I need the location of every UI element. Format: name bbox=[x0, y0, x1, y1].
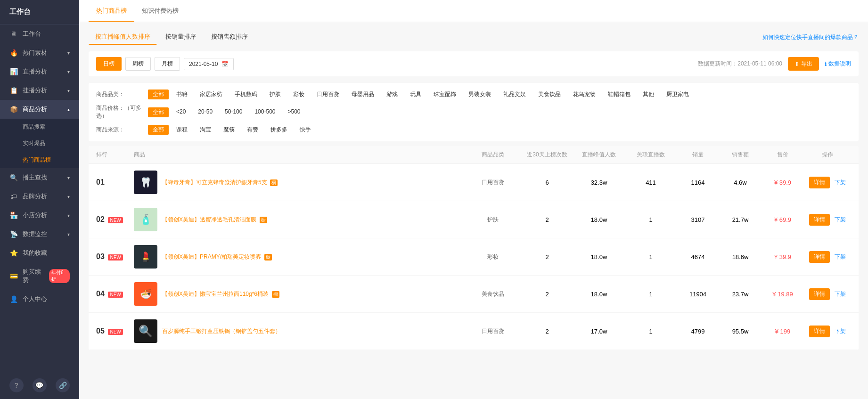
filter-option-kuaishou[interactable]: 快手 bbox=[295, 125, 316, 135]
detail-button[interactable]: 详情 bbox=[809, 326, 830, 337]
filter-option-all-category[interactable]: 全部 bbox=[148, 90, 169, 99]
filter-option-games[interactable]: 游戏 bbox=[382, 90, 402, 99]
tab-knowledge[interactable]: 知识付费热榜 bbox=[134, 0, 186, 22]
filter-option-appliance[interactable]: 厨卫家电 bbox=[662, 90, 694, 99]
product-name-link[interactable]: 【蜂毒牙膏】可立克蜂毒焱清护龈牙膏5支 bbox=[162, 179, 267, 186]
filter-option-mokua[interactable]: 魔筷 bbox=[219, 125, 239, 135]
sort-tab-sales[interactable]: 按销量排序 bbox=[159, 30, 203, 45]
sidebar-item-brand-analysis[interactable]: 🏷 品牌分析 ▾ bbox=[0, 187, 79, 206]
filter-option-gifts[interactable]: 礼品文娱 bbox=[499, 90, 531, 99]
filter-bar: 商品品类： 全部 书籍 家居家纺 手机数码 护肤 彩妆 日用百货 母婴用品 游戏… bbox=[89, 83, 859, 141]
sidebar-item-label: 数据监控 bbox=[23, 230, 47, 238]
download-link[interactable]: 下架 bbox=[835, 216, 846, 223]
filter-option-course[interactable]: 课程 bbox=[172, 125, 192, 135]
filter-row-category: 商品品类： 全部 书籍 家居家纺 手机数码 护肤 彩妆 日用百货 母婴用品 游戏… bbox=[96, 90, 851, 99]
sidebar-item-shop-analysis[interactable]: 🏪 小店分析 ▾ bbox=[0, 206, 79, 225]
product-thumbnail: 🔍 bbox=[134, 319, 157, 343]
filter-option-all-source[interactable]: 全部 bbox=[148, 125, 169, 135]
sidebar-sub-item-product-search[interactable]: 商品搜索 bbox=[0, 119, 79, 135]
data-desc-link[interactable]: ℹ 数据说明 bbox=[825, 60, 851, 68]
filter-option-clothing[interactable]: 男装女装 bbox=[464, 90, 496, 99]
chevron-down-icon: ▾ bbox=[67, 88, 70, 93]
help-link[interactable]: 如何快速定位快手直播间的爆款商品？ bbox=[762, 33, 859, 41]
filter-option-lt20[interactable]: <20 bbox=[172, 107, 190, 117]
star-icon: ⭐ bbox=[9, 249, 18, 257]
sidebar-item-mount-analysis[interactable]: 📋 挂播分析 ▾ bbox=[0, 81, 79, 100]
filter-option-toys[interactable]: 玩具 bbox=[405, 90, 426, 99]
filter-option-books[interactable]: 书籍 bbox=[172, 90, 192, 99]
filter-option-baby[interactable]: 母婴用品 bbox=[347, 90, 379, 99]
category-cell: 彩妆 bbox=[465, 253, 521, 261]
sidebar-item-label: 我的收藏 bbox=[23, 249, 47, 257]
filter-option-daily[interactable]: 日用百货 bbox=[312, 90, 344, 99]
sidebar-item-personal[interactable]: 👤 个人中心 bbox=[0, 290, 79, 309]
sidebar-item-workbench[interactable]: 🖥 工作台 bbox=[0, 24, 79, 43]
filter-option-pets[interactable]: 花鸟宠物 bbox=[568, 90, 600, 99]
date-picker[interactable]: 2021-05-10 📅 bbox=[184, 58, 234, 70]
product-info-cell: 🔍 百岁源纯手工锻打童压铁锅（锅铲盖勺五件套） bbox=[134, 319, 465, 343]
price-cell: ¥ 69.9 bbox=[762, 216, 804, 223]
filter-option-other[interactable]: 其他 bbox=[638, 90, 659, 99]
filter-option-youzan[interactable]: 有赞 bbox=[242, 125, 263, 135]
detail-button[interactable]: 详情 bbox=[809, 214, 830, 226]
btn-monthly[interactable]: 月榜 bbox=[155, 57, 180, 71]
filter-option-100-500[interactable]: 100-500 bbox=[250, 107, 280, 117]
rank-cell: 02 NEW bbox=[96, 215, 134, 224]
rank-badge: NEW bbox=[108, 217, 123, 223]
download-link[interactable]: 下架 bbox=[835, 328, 846, 334]
sidebar-item-label: 个人中心 bbox=[23, 295, 47, 303]
peak-cell: 18.0w bbox=[573, 253, 625, 261]
sidebar-item-streamer-search[interactable]: 🔍 播主查找 ▾ bbox=[0, 168, 79, 187]
filter-option-shoes[interactable]: 鞋帽箱包 bbox=[603, 90, 635, 99]
sidebar-item-label: 小店分析 bbox=[23, 211, 47, 220]
download-link[interactable]: 下架 bbox=[835, 291, 846, 297]
filter-option-skincare[interactable]: 护肤 bbox=[265, 90, 286, 99]
filter-option-jewelry[interactable]: 珠宝配饰 bbox=[429, 90, 461, 99]
filter-option-50-100[interactable]: 50-100 bbox=[220, 107, 247, 117]
product-name-link[interactable]: 百岁源纯手工锻打童压铁锅（锅铲盖勺五件套） bbox=[162, 328, 281, 334]
sort-tab-peak[interactable]: 按直播峰值人数排序 bbox=[89, 30, 157, 45]
detail-button[interactable]: 详情 bbox=[809, 177, 830, 188]
peak-cell: 18.0w bbox=[573, 216, 625, 223]
download-link[interactable]: 下架 bbox=[835, 179, 846, 186]
detail-button[interactable]: 详情 bbox=[809, 288, 830, 300]
chevron-up-icon: ▴ bbox=[67, 107, 70, 112]
sidebar-item-product-analysis[interactable]: 📦 商品分析 ▴ bbox=[0, 100, 79, 119]
sidebar-sub-item-realtime[interactable]: 实时爆品 bbox=[0, 135, 79, 152]
btn-daily[interactable]: 日榜 bbox=[96, 57, 122, 71]
tab-hot-product[interactable]: 热门商品榜 bbox=[89, 0, 134, 22]
content-area: 按直播峰值人数排序 按销量排序 按销售额排序 如何快速定位快手直播间的爆款商品？… bbox=[79, 22, 868, 399]
filter-option-home[interactable]: 家居家纺 bbox=[195, 90, 227, 99]
filter-option-20-50[interactable]: 20-50 bbox=[193, 107, 217, 117]
download-link[interactable]: 下架 bbox=[835, 253, 846, 260]
filter-option-pinduoduo[interactable]: 拼多多 bbox=[266, 125, 292, 135]
filter-option-makeup[interactable]: 彩妆 bbox=[288, 90, 309, 99]
sidebar-item-hot-material[interactable]: 🔥 热门素材 ▾ bbox=[0, 43, 79, 62]
sidebar-item-label: 热门素材 bbox=[23, 49, 47, 57]
btn-weekly[interactable]: 周榜 bbox=[125, 57, 151, 71]
product-name-link[interactable]: 【领创X吴迪】PRAMY/柏瑞美定妆喷雾 bbox=[162, 253, 261, 260]
sort-tab-revenue[interactable]: 按销售额排序 bbox=[205, 30, 254, 45]
top30-cell: 2 bbox=[521, 328, 573, 335]
chat-icon[interactable]: 💬 bbox=[33, 378, 47, 392]
export-button[interactable]: ⬆ 导出 bbox=[788, 57, 819, 71]
filter-option-all-price[interactable]: 全部 bbox=[148, 107, 169, 117]
filter-option-taobao[interactable]: 淘宝 bbox=[195, 125, 216, 135]
link-icon[interactable]: 🔗 bbox=[56, 378, 70, 392]
filter-option-food[interactable]: 美食饮品 bbox=[533, 90, 565, 99]
sidebar-item-label: 品牌分析 bbox=[23, 192, 47, 201]
product-name-link[interactable]: 【领创X吴迪】透蜜净透毛孔清洁面膜 bbox=[162, 216, 256, 223]
help-icon[interactable]: ? bbox=[9, 378, 24, 392]
filter-option-gt500[interactable]: >500 bbox=[283, 107, 305, 117]
sidebar-sub-item-hot-ranking[interactable]: 热门商品榜 bbox=[0, 152, 79, 168]
sidebar-item-purchase[interactable]: 💳 购买续费 年付6折 bbox=[0, 262, 79, 290]
product-name-link[interactable]: 【领创X吴迪】懒宝宝兰州拉面110g*6桶装 bbox=[162, 291, 269, 297]
filter-option-digital[interactable]: 手机数码 bbox=[230, 90, 262, 99]
sidebar-item-favorites[interactable]: ⭐ 我的收藏 bbox=[0, 244, 79, 262]
top30-cell: 2 bbox=[521, 291, 573, 298]
top-tabs: 热门商品榜 知识付费热榜 bbox=[79, 0, 868, 22]
detail-button[interactable]: 详情 bbox=[809, 251, 830, 263]
sidebar-item-data-monitor[interactable]: 📡 数据监控 ▾ bbox=[0, 225, 79, 244]
sidebar-item-live-analysis[interactable]: 📊 直播分析 ▾ bbox=[0, 62, 79, 81]
col-related: 关联直播数 bbox=[625, 151, 677, 159]
